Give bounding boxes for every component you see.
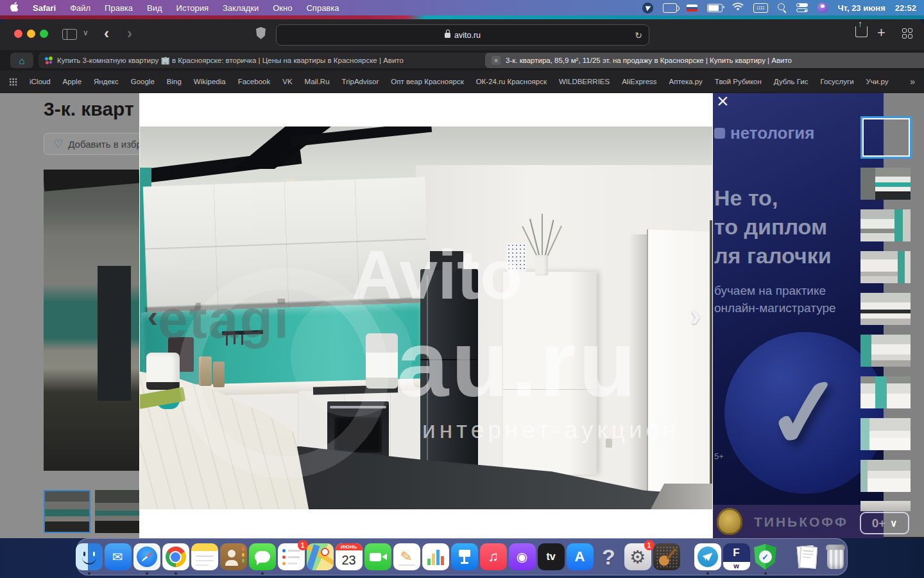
bookmark-google[interactable]: Google	[131, 78, 155, 85]
dock-maps[interactable]	[307, 543, 334, 570]
close-window-button[interactable]	[14, 30, 22, 38]
bookmark-yandex[interactable]: Яндекс	[94, 78, 119, 85]
bookmark-apple[interactable]: Apple	[63, 78, 81, 85]
next-photo-button[interactable]: ›	[690, 297, 701, 333]
bookmarks-overflow-icon[interactable]: »	[910, 76, 915, 87]
dock-music[interactable]: ♫	[480, 543, 507, 570]
tab-listing-search[interactable]: Купить 3-комнатную квартиру 🏢 в Краснояр…	[38, 53, 495, 68]
bookmark-bing[interactable]: Bing	[167, 78, 182, 85]
menu-edit[interactable]: Правка	[98, 3, 140, 13]
dock-facetime[interactable]	[364, 543, 391, 570]
gallery-thumbnail[interactable]	[860, 460, 911, 492]
dock-calendar[interactable]: июнь 23	[336, 543, 363, 570]
bookmark-ok24[interactable]: ОК-24.ru Красноярск	[476, 78, 547, 85]
dock-podcasts[interactable]: ◉	[509, 543, 536, 570]
add-favorite-button[interactable]: ♡ Добавить в избра	[44, 133, 139, 155]
menu-bookmarks[interactable]: Закладки	[216, 3, 266, 13]
minimize-window-button[interactable]	[27, 30, 35, 38]
screen-mirroring-icon[interactable]	[663, 3, 677, 13]
reload-icon[interactable]: ↻	[635, 30, 642, 40]
bookmark-uchiru[interactable]: Учи.ру	[866, 78, 889, 85]
bookmark-aliexpress[interactable]: AliExpress	[622, 78, 656, 85]
menu-time[interactable]: 22:52	[895, 3, 916, 13]
dock-numbers[interactable]	[422, 543, 449, 570]
dock-notes[interactable]	[191, 543, 218, 570]
sidebar-icon[interactable]	[62, 29, 77, 40]
dock-system-settings[interactable]: 1 ⚙	[624, 543, 651, 570]
dock-security-shield[interactable]: ✓	[752, 543, 779, 570]
keyboard-icon[interactable]	[753, 3, 768, 13]
page-gallery-image[interactable]	[44, 170, 139, 471]
bookmark-wikipedia[interactable]: Wikipedia	[194, 78, 226, 85]
dock-app-store[interactable]: A	[567, 543, 594, 570]
sidebar-chevron-icon[interactable]: ∨	[83, 28, 89, 37]
apple-menu[interactable]	[0, 2, 26, 13]
dock-keynote[interactable]	[451, 543, 478, 570]
menu-help[interactable]: Справка	[299, 3, 346, 13]
zoom-window-button[interactable]	[40, 30, 48, 38]
dock-garageband[interactable]	[653, 543, 680, 570]
gallery-thumbnail[interactable]	[860, 251, 911, 283]
gallery-thumbnail[interactable]	[860, 335, 911, 367]
gallery-thumbnail[interactable]	[860, 418, 911, 450]
dock-messages[interactable]	[249, 543, 276, 570]
ru-flag-icon[interactable]	[687, 4, 697, 12]
tab-overview-icon[interactable]	[902, 28, 912, 39]
dock-apple-tv[interactable]: tv	[538, 543, 565, 570]
menu-view[interactable]: Вид	[140, 3, 169, 13]
menu-window[interactable]: Окно	[266, 3, 299, 13]
new-tab-icon[interactable]: +	[877, 24, 886, 41]
control-center-icon[interactable]	[796, 3, 808, 12]
gallery-thumbnail[interactable]	[860, 501, 911, 511]
lightbox-close-button[interactable]: ×	[717, 91, 729, 111]
wifi-icon[interactable]	[732, 3, 744, 13]
forward-button[interactable]: ›	[127, 24, 132, 42]
gallery-thumbnail-selected[interactable]	[860, 116, 912, 159]
bookmark-optvear[interactable]: Опт веар Красноярск	[391, 78, 463, 85]
dock-telegram[interactable]	[694, 543, 721, 570]
menu-app-name[interactable]: Safari	[26, 3, 63, 13]
gallery-thumbnail[interactable]	[860, 376, 911, 408]
purple-app-icon[interactable]	[817, 3, 828, 13]
bookmark-apteka[interactable]: Аптека.ру	[669, 78, 703, 85]
bookmark-icloud[interactable]: iCloud	[30, 78, 51, 85]
dock-documents-stack[interactable]	[793, 543, 820, 570]
telegram-status-icon[interactable]	[642, 3, 653, 13]
gallery-thumbnail[interactable]	[860, 168, 911, 200]
bookmark-facebook[interactable]: Facebook	[238, 78, 271, 85]
tab-close-icon[interactable]: ×	[492, 56, 501, 65]
menu-date[interactable]: Чт, 23 июня	[837, 3, 885, 13]
bookmark-rubikon[interactable]: Твой Рубикон	[715, 78, 762, 85]
pinned-tab[interactable]: ⌂	[10, 53, 33, 68]
dock-reminders[interactable]: 1	[278, 543, 305, 570]
bookmark-tripadvisor[interactable]: TripAdvisor	[342, 78, 379, 85]
dock-help[interactable]: ?	[595, 543, 622, 570]
dock-trash[interactable]	[822, 543, 849, 570]
netology-ad-banner[interactable]: нетология Не то, то диплом ля галочки бу…	[713, 93, 884, 505]
dock-chrome[interactable]	[162, 543, 189, 570]
gallery-thumbnail[interactable]	[860, 209, 911, 241]
ad-age-button[interactable]: 0+ ∨	[860, 512, 909, 534]
back-button[interactable]: ‹	[104, 24, 109, 42]
dock-safari[interactable]	[133, 543, 160, 570]
battery-icon[interactable]	[707, 4, 723, 12]
bookmark-vk[interactable]: VK	[282, 78, 292, 85]
page-thumbnail[interactable]	[95, 490, 139, 533]
dock-pages[interactable]: ✎	[393, 543, 420, 570]
dock-f-w-app[interactable]: F w	[723, 543, 750, 570]
bookmark-wildberries[interactable]: WILDBERRIES	[559, 78, 610, 85]
spotlight-search-icon[interactable]	[778, 3, 787, 12]
bookmark-2gis[interactable]: Дубль Гис	[774, 78, 809, 85]
dock-mail[interactable]: ✉	[105, 543, 132, 570]
bookmarks-grid-icon[interactable]	[9, 78, 17, 86]
prev-photo-button[interactable]: ‹	[148, 299, 158, 334]
bookmark-mailru[interactable]: Mail.Ru	[305, 78, 330, 85]
menu-file[interactable]: Файл	[63, 3, 98, 13]
bookmark-gosuslugi[interactable]: Госуслуги	[821, 78, 854, 85]
share-icon[interactable]: ↑	[855, 26, 868, 37]
page-thumbnail-selected[interactable]	[44, 490, 90, 533]
menu-history[interactable]: История	[169, 3, 216, 13]
gallery-thumbnail[interactable]	[860, 293, 911, 325]
dock-contacts[interactable]	[220, 543, 247, 570]
url-field[interactable]: avito.ru ↻	[276, 24, 649, 46]
